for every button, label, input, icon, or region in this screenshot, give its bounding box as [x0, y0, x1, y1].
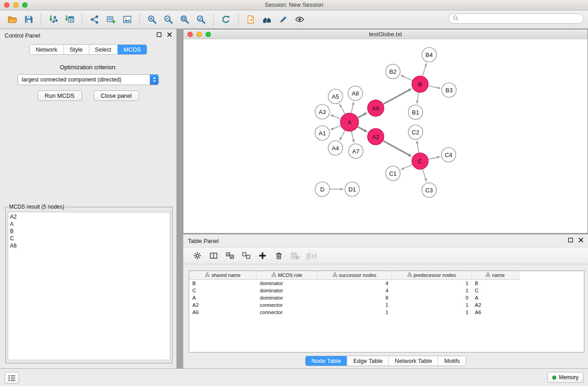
- network-window-titlebar[interactable]: testGlobe.txt: [183, 29, 588, 40]
- network-edge[interactable]: [333, 116, 340, 119]
- node-table-container[interactable]: shared nameMCDS rolesuccessor nodesprede…: [189, 271, 584, 353]
- add-table-icon[interactable]: [103, 12, 119, 27]
- network-edge[interactable]: [341, 107, 345, 114]
- table-cell[interactable]: A2: [472, 301, 519, 309]
- column-sort-icon[interactable]: [333, 272, 337, 278]
- table-cell[interactable]: C: [472, 287, 519, 294]
- table-cell[interactable]: connector: [257, 301, 317, 309]
- table-cell[interactable]: 8: [317, 294, 392, 301]
- table-cell[interactable]: dominator: [257, 294, 317, 301]
- network-edge[interactable]: [358, 114, 364, 118]
- mcds-result-item[interactable]: A2: [10, 213, 170, 220]
- zoom-out-icon[interactable]: [160, 12, 177, 27]
- table-cell[interactable]: 4: [317, 287, 392, 294]
- zoom-fit-icon[interactable]: [177, 12, 193, 27]
- column-header-mcds-role[interactable]: MCDS role: [257, 271, 317, 280]
- annotation-icon[interactable]: [275, 12, 292, 27]
- table-cell[interactable]: A6: [472, 309, 519, 316]
- column-sort-icon[interactable]: [272, 272, 276, 278]
- table-cell[interactable]: connector: [257, 309, 317, 316]
- table-row[interactable]: A6connector11A6: [189, 309, 519, 316]
- table-cell[interactable]: A6: [189, 309, 257, 316]
- search-field[interactable]: [449, 14, 583, 24]
- mcds-result-item[interactable]: C: [10, 235, 170, 242]
- mcds-result-item[interactable]: A: [10, 220, 170, 228]
- select-all-icon[interactable]: [223, 249, 237, 262]
- network-edge[interactable]: [341, 130, 345, 138]
- network-edge[interactable]: [333, 126, 340, 129]
- add-row-icon[interactable]: [256, 249, 269, 262]
- network-edge[interactable]: [429, 157, 437, 159]
- table-cell[interactable]: 1: [392, 280, 472, 287]
- table-cell[interactable]: 1: [392, 287, 472, 294]
- network-edge[interactable]: [351, 105, 353, 113]
- table-cell[interactable]: 1: [317, 301, 392, 309]
- float-table-panel-icon[interactable]: [568, 238, 573, 243]
- tab-mcds[interactable]: MCDS: [117, 45, 147, 54]
- run-mcds-button[interactable]: Run MCDS: [38, 91, 82, 101]
- zoom-selected-icon[interactable]: [193, 12, 209, 27]
- table-cell[interactable]: A: [189, 294, 257, 301]
- tab-style[interactable]: Style: [63, 45, 89, 54]
- float-panel-icon[interactable]: [157, 32, 162, 37]
- table-cell[interactable]: B: [189, 280, 257, 287]
- tab-network-table[interactable]: Network Table: [388, 356, 438, 366]
- table-cell[interactable]: dominator: [257, 280, 317, 287]
- table-cell[interactable]: 1: [392, 309, 472, 316]
- optimization-criterion-dropdown[interactable]: largest connected component (directed): [18, 74, 159, 85]
- network-edge[interactable]: [404, 165, 412, 169]
- table-row[interactable]: A2connector11A2: [189, 301, 519, 309]
- network-edge[interactable]: [383, 91, 409, 104]
- network-edge[interactable]: [417, 144, 419, 153]
- network-edge[interactable]: [417, 93, 419, 101]
- network-edge[interactable]: [351, 132, 353, 140]
- open-session-icon[interactable]: [4, 12, 20, 27]
- table-cell[interactable]: 4: [317, 280, 392, 287]
- column-header-shared-name[interactable]: shared name: [189, 271, 257, 280]
- table-row[interactable]: Bdominator41B: [189, 280, 519, 287]
- network-edge[interactable]: [358, 127, 364, 130]
- search-input[interactable]: [461, 15, 579, 22]
- network-edge[interactable]: [404, 76, 412, 81]
- gear-icon[interactable]: [191, 249, 204, 262]
- tab-motifs[interactable]: Motifs: [438, 356, 466, 366]
- close-table-panel-icon[interactable]: [578, 238, 583, 243]
- tab-select[interactable]: Select: [89, 45, 117, 54]
- eye-icon[interactable]: [292, 12, 308, 27]
- refresh-icon[interactable]: [218, 12, 234, 27]
- close-panel-icon[interactable]: [167, 32, 172, 37]
- close-panel-button[interactable]: Close panel: [94, 91, 139, 101]
- table-cell[interactable]: dominator: [257, 287, 317, 294]
- column-header-successor-nodes[interactable]: successor nodes: [317, 271, 392, 280]
- column-header-name[interactable]: name: [472, 271, 519, 280]
- delete-row-icon[interactable]: [272, 249, 286, 262]
- import-table-icon[interactable]: [62, 12, 78, 27]
- network-edge[interactable]: [423, 169, 426, 179]
- table-cell[interactable]: 1: [317, 309, 392, 316]
- tab-node-table[interactable]: Node Table: [306, 356, 347, 366]
- column-settings-icon[interactable]: [207, 249, 220, 262]
- table-cell[interactable]: 1: [392, 301, 472, 309]
- deselect-all-icon[interactable]: [239, 249, 253, 262]
- network-canvas[interactable]: B4B2BB3A5A8A6A3AB1A1A2C2A4A7C4CC1DD1C3: [183, 39, 588, 233]
- export-image-icon[interactable]: [119, 12, 135, 27]
- mcds-result-item[interactable]: B: [10, 228, 170, 235]
- table-row[interactable]: Cdominator41C: [189, 287, 519, 294]
- mcds-result-list[interactable]: A2ABCA6: [8, 212, 170, 360]
- zoom-in-icon[interactable]: [144, 12, 160, 27]
- save-session-icon[interactable]: [20, 12, 37, 27]
- network-edge[interactable]: [429, 86, 438, 88]
- network-edge[interactable]: [383, 141, 409, 155]
- task-history-button[interactable]: [5, 372, 19, 384]
- tab-network[interactable]: Network: [30, 45, 63, 54]
- column-sort-icon[interactable]: [486, 272, 490, 278]
- network-edge[interactable]: [423, 66, 426, 76]
- table-cell[interactable]: C: [189, 287, 257, 294]
- home-icon[interactable]: [259, 12, 275, 27]
- export-network-icon[interactable]: [243, 12, 259, 27]
- import-network-icon[interactable]: [45, 12, 62, 27]
- mcds-result-item[interactable]: A6: [10, 242, 170, 249]
- table-row[interactable]: Adominator80A: [189, 294, 519, 301]
- memory-button[interactable]: Memory: [547, 372, 583, 383]
- new-network-icon[interactable]: [86, 12, 103, 27]
